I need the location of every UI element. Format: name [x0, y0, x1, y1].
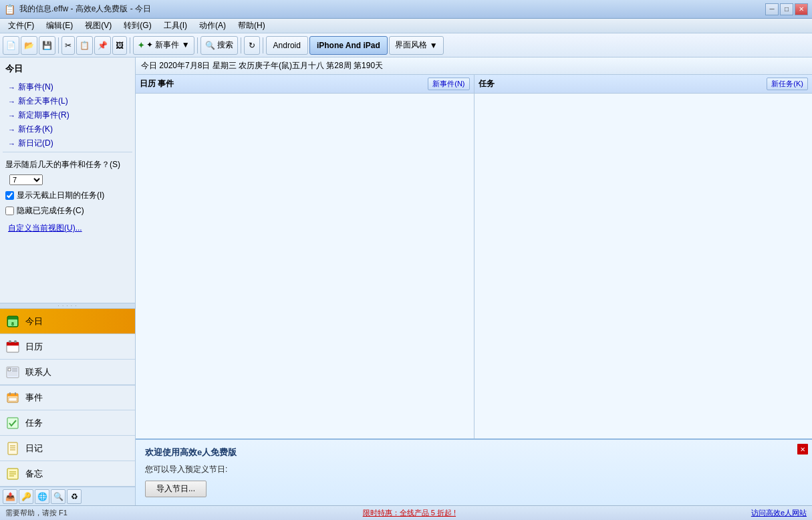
import-btn[interactable]: 导入节日...	[145, 481, 207, 497]
nav-contacts-label: 联系人	[25, 366, 51, 378]
nav-events[interactable]: 事件	[0, 385, 135, 410]
svg-point-6	[14, 340, 17, 343]
events-title: 日历 事件	[140, 78, 174, 90]
sidebar-link-new-event[interactable]: 新事件(N)	[3, 80, 132, 94]
sidebar-link-new-diary[interactable]: 新日记(D)	[3, 136, 132, 150]
menu-goto[interactable]: 转到(G)	[118, 19, 156, 33]
customize-link[interactable]: 自定义当前视图(U)...	[5, 219, 130, 237]
menu-tools[interactable]: 工具(I)	[158, 19, 192, 33]
toolbar-paste-btn[interactable]: 📌	[94, 36, 111, 55]
search-label: 搜索	[217, 39, 233, 51]
sidebar-title: 今日	[3, 60, 132, 79]
content-header-text: 今日 2020年7月8日 星期三 农历庚子年(鼠)五月十八 第28周 第190天	[141, 60, 383, 72]
status-website-link[interactable]: 访问高效e人网站	[751, 508, 807, 518]
sb-tool-search[interactable]: 🔍	[51, 489, 65, 504]
svg-rect-8	[8, 368, 11, 371]
close-welcome-btn[interactable]: ✕	[797, 444, 808, 454]
nav-today-label: 今日	[25, 315, 43, 328]
nav-calendar-label: 日历	[25, 341, 43, 353]
events-header: 日历 事件 新事件(N)	[136, 75, 474, 94]
nav-memo-label: 备忘	[25, 468, 43, 480]
new-task-header-btn[interactable]: 新任务(K)	[767, 78, 808, 90]
minimize-button[interactable]: ─	[765, 3, 779, 15]
status-promo[interactable]: 限时特惠：全线产品 5 折起 !	[363, 508, 456, 518]
checkbox-hide-done-input[interactable]	[5, 207, 14, 215]
sidebar-link-new-task[interactable]: 新任务(K)	[3, 122, 132, 136]
svg-rect-18	[7, 418, 18, 428]
svg-point-5	[9, 340, 11, 343]
tab-style[interactable]: 界面风格 ▼	[389, 36, 444, 55]
close-button[interactable]: ✕	[795, 3, 808, 15]
events-icon	[5, 390, 20, 405]
toolbar-sep1	[58, 37, 59, 53]
menu-file[interactable]: 文件(F)	[3, 19, 39, 33]
svg-rect-14	[7, 394, 18, 396]
sidebar-link-new-allday[interactable]: 新全天事件(L)	[3, 94, 132, 108]
toolbar-open-btn[interactable]: 📂	[21, 36, 37, 55]
menu-help[interactable]: 帮助(H)	[233, 19, 271, 33]
contacts-icon	[5, 365, 20, 380]
app-icon: 📋	[4, 4, 15, 15]
sidebar-link-new-recurring[interactable]: 新定期事件(R)	[3, 108, 132, 122]
svg-rect-19	[8, 442, 17, 454]
nav-calendar[interactable]: 日历	[0, 334, 135, 360]
new-event-header-btn[interactable]: 新事件(N)	[428, 78, 469, 90]
main-layout: 今日 新事件(N) 新全天事件(L) 新定期事件(R) 新任务(K) 新日记(D…	[0, 57, 812, 505]
toolbar-img-btn[interactable]: 🖼	[112, 36, 127, 55]
tab-android[interactable]: Android	[266, 36, 308, 55]
title-text: 我的信息.effw - 高效e人免费版 - 今日	[19, 3, 151, 15]
nav-memo[interactable]: 备忘	[0, 461, 135, 487]
nav-buttons-2: 事件 任务 日记 备忘	[0, 385, 135, 487]
days-select[interactable]: 7 3 14 30	[9, 174, 43, 185]
nav-today[interactable]: 8 今日	[0, 309, 135, 334]
toolbar-sep4	[241, 37, 241, 53]
tab-iphone[interactable]: iPhone And iPad	[309, 36, 388, 55]
checkbox-no-deadline-input[interactable]	[5, 191, 14, 200]
search-icon: 🔍	[205, 41, 215, 50]
dropdown-arrow: ▼	[430, 41, 438, 50]
sb-tool-refresh[interactable]: ♻	[67, 489, 82, 504]
tasks-icon	[5, 416, 20, 430]
menu-edit[interactable]: 编辑(E)	[41, 19, 78, 33]
diary-icon	[5, 441, 20, 456]
content-header: 今日 2020年7月8日 星期三 农历庚子年(鼠)五月十八 第28周 第190天	[136, 57, 812, 75]
maximize-button[interactable]: □	[780, 3, 793, 15]
nav-tasks-label: 任务	[25, 417, 43, 429]
new-event-icon: ✦	[138, 41, 144, 50]
svg-rect-17	[9, 398, 17, 401]
toolbar-sep5	[263, 37, 263, 53]
sidebar-resize-handle[interactable]: · · · · ·	[0, 303, 135, 308]
sb-tool-web[interactable]: 🌐	[35, 489, 49, 504]
welcome-panel: 欢迎使用高效e人免费版 您可以导入预定义节日: 导入节日... ✕	[136, 438, 812, 505]
menu-action[interactable]: 动作(A)	[194, 19, 231, 33]
checkbox-no-deadline: 显示无截止日期的任务(I)	[5, 188, 130, 203]
welcome-text: 您可以导入预定义节日:	[145, 464, 803, 475]
toolbar-save-btn[interactable]: 💾	[39, 36, 55, 55]
nav-buttons: 8 今日 日历 联系人	[0, 308, 135, 385]
toolbar-copy-btn[interactable]: 📋	[76, 36, 93, 55]
sb-tool-key[interactable]: 🔑	[19, 489, 33, 504]
table-area: 日历 事件 新事件(N) 任务 新任务(K)	[136, 75, 812, 438]
sidebar-top: 今日 新事件(N) 新全天事件(L) 新定期事件(R) 新任务(K) 新日记(D…	[0, 57, 135, 303]
memo-icon	[5, 467, 20, 481]
today-icon: 8	[5, 314, 20, 329]
events-panel: 日历 事件 新事件(N)	[136, 75, 475, 438]
title-controls: ─ □ ✕	[765, 3, 808, 15]
sb-tool-export[interactable]: 📤	[3, 489, 17, 504]
tasks-panel: 任务 新任务(K)	[475, 75, 813, 438]
nav-tasks[interactable]: 任务	[0, 410, 135, 436]
events-body	[136, 94, 474, 438]
tasks-body	[475, 94, 813, 438]
toolbar-cut-btn[interactable]: ✂	[61, 36, 75, 55]
nav-contacts[interactable]: 联系人	[0, 360, 135, 385]
toolbar-new-event-btn[interactable]: ✦ ✦ 新事件 ▼	[133, 36, 194, 55]
menu-bar: 文件(F) 编辑(E) 视图(V) 转到(G) 工具(I) 动作(A) 帮助(H…	[0, 19, 812, 33]
toolbar-search-btn[interactable]: 🔍 搜索	[200, 36, 238, 55]
content-area: 今日 2020年7月8日 星期三 农历庚子年(鼠)五月十八 第28周 第190天…	[136, 57, 812, 505]
toolbar-refresh-btn[interactable]: ↻	[244, 36, 260, 55]
welcome-title: 欢迎使用高效e人免费版	[145, 446, 803, 459]
checkbox-no-deadline-label: 显示无截止日期的任务(I)	[17, 190, 104, 201]
nav-diary[interactable]: 日记	[0, 436, 135, 461]
menu-view[interactable]: 视图(V)	[80, 19, 117, 33]
toolbar-new-btn[interactable]: 📄	[3, 36, 19, 55]
